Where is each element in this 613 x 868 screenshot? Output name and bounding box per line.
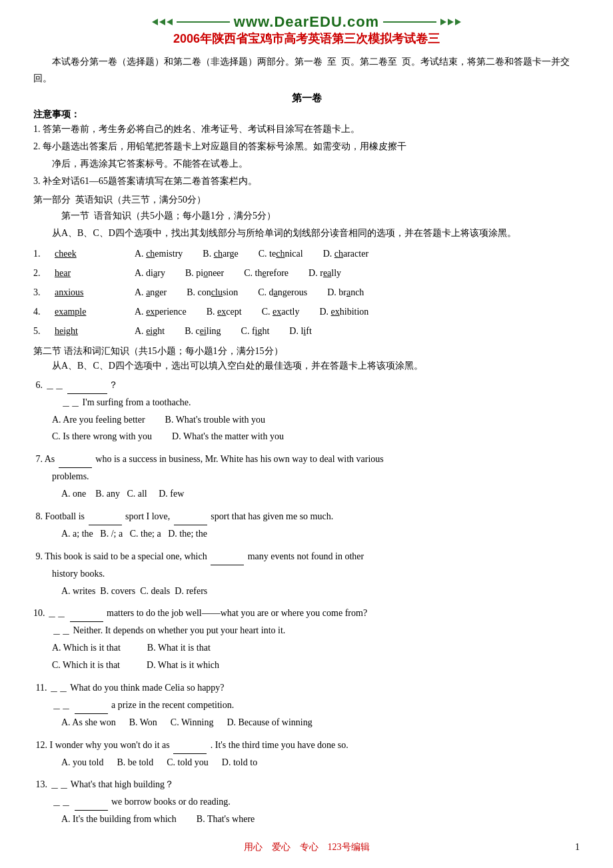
q5-stem: height	[55, 323, 121, 340]
q10: 10. ＿＿ matters to do the job well——what …	[33, 605, 580, 674]
q12-optA: A. you told	[61, 754, 103, 771]
q5-row: 5. height A. eight B. ceiling C. fight D…	[33, 323, 580, 340]
q8-opts: A. a; the B. /; a C. the; a D. the; the	[61, 525, 580, 543]
q11-optD: D. Because of winning	[227, 714, 312, 731]
notice-item-2: 2. 每小题选出答案后，用铅笔把答题卡上对应题目的答案标号涂黑。如需变动，用橡皮…	[33, 138, 580, 155]
q6-optC: C. Is there wrong with you	[52, 428, 152, 445]
q8: 8. Football is sport I love, sport that …	[33, 508, 580, 543]
q6-opts: A. Are you feeling better B. What's trou…	[52, 411, 580, 429]
q3-stem: anxious	[55, 284, 121, 301]
subsection1-title: 第一节 语音知识（共5小题；每小题1分，满分5分）	[33, 210, 580, 222]
q9: 9. This book is said to be a special one…	[33, 548, 580, 600]
q4-optC: C. exactly	[262, 303, 300, 321]
q12: 12. I wonder why you won't do it as . It…	[33, 737, 580, 771]
section2-instruction: 从A、B、C、D四个选项中，选出可以填入空白处的最佳选项，并在答题卡上将该项涂黑…	[33, 357, 580, 374]
q3-opts: A. anger B. conclusion C. dangerous D. b…	[135, 284, 580, 301]
q2-num: 2.	[33, 265, 55, 282]
q10-optD: D. What is it which	[147, 657, 219, 674]
notice-section: 注意事项： 1. 答第一卷前，考生务必将自己的姓名、准考证号、考试科目涂写在答题…	[33, 109, 580, 190]
section1-title: 第一卷	[33, 92, 580, 105]
q12-optB: B. be told	[117, 754, 153, 771]
phonics-questions: 1. cheek A. chemistry B. charge C. techn…	[33, 245, 580, 339]
q10-optA: A. Which is it that	[52, 639, 121, 657]
q2-opts: A. diary B. pioneer C. therefore D. real…	[135, 265, 580, 282]
q4-optB: B. except	[207, 303, 242, 321]
section2-header: 第二节 语法和词汇知识（共15小题；每小题1分，满分15分）	[33, 345, 580, 357]
q12-optD: D. told to	[222, 754, 257, 771]
q12-opts: A. you told B. be told C. told you D. to…	[61, 754, 580, 771]
intro-text: 本试卷分第一卷（选择题）和第二卷（非选择题）两部分。第一卷 至 页。第二卷至 页…	[33, 53, 580, 87]
q2-optA: A. diary	[135, 265, 165, 282]
q3-optA: A. anger	[135, 284, 167, 301]
q5-optD: D. lift	[289, 323, 311, 340]
q6-optD: D. What's the matter with you	[172, 428, 284, 445]
q13-dialog-a: ＿＿ we borrow books or do reading.	[52, 793, 580, 811]
q1-optC: C. technical	[259, 245, 303, 263]
q9-text: 9. This book is said to be a special one…	[33, 551, 364, 561]
q6-optB: B. What's trouble with you	[165, 411, 265, 429]
q10-dialog-a: ＿＿ Neither. It depends on whether you pu…	[52, 622, 580, 639]
q1-num: 1.	[33, 245, 55, 263]
q5-optA: A. eight	[135, 323, 165, 340]
q5-num: 5.	[33, 323, 55, 340]
q4-opts: A. experience B. except C. exactly D. ex…	[135, 303, 580, 321]
footer-page: 1	[575, 842, 580, 853]
q3-row: 3. anxious A. anger B. conclusion C. dan…	[33, 284, 580, 301]
q1-row: 1. cheek A. chemistry B. charge C. techn…	[33, 245, 580, 263]
site-title: www.DearEDU.com	[234, 13, 379, 31]
q13-opts: A. It's the building from which B. That'…	[61, 811, 580, 828]
q1-optA: A. chemistry	[135, 245, 183, 263]
q10-optC: C. Which it is that	[52, 657, 120, 674]
q1-opts: A. chemistry B. charge C. technical D. c…	[135, 245, 580, 263]
notice-item-3: 3. 补全对话61—65题答案请填写在第二卷首答案栏内。	[33, 173, 580, 190]
q7-text: 7. As who is a success in business, Mr. …	[33, 454, 384, 464]
q13: 13. ＿＿ What's that high building？ ＿＿ we …	[33, 776, 580, 828]
q6-dialog-a: ＿＿ I'm surfing from a toothache.	[61, 394, 580, 411]
notice-item-1: 1. 答第一卷前，考生务必将自己的姓名、准考证号、考试科目涂写在答题卡上。	[33, 121, 580, 138]
q2-row: 2. hear A. diary B. pioneer C. therefore…	[33, 265, 580, 282]
q10-opts1: A. Which is it that B. What it is that	[52, 639, 580, 657]
q3-optB: B. conclusion	[187, 284, 238, 301]
q2-optD: D. really	[308, 265, 341, 282]
q7-opts: A. one B. any C. all D. few	[61, 485, 580, 503]
q12-text: 12. I wonder why you won't do it as . It…	[33, 740, 348, 750]
q7-text2: problems.	[52, 468, 580, 485]
q13-optA: A. It's the building from which	[61, 811, 177, 828]
q4-row: 4. example A. experience B. except C. ex…	[33, 303, 580, 321]
part1-title: 第一部分 英语知识（共三节，满分50分）	[33, 194, 580, 206]
q5-opts: A. eight B. ceiling C. fight D. lift	[135, 323, 580, 340]
footer: 用心 爱心 专心 123号编辑 1	[33, 841, 580, 853]
q3-optC: C. dangerous	[258, 284, 307, 301]
q11-optB: B. Won	[129, 714, 157, 731]
section1-instruction: 从A、B、C、D四个选项中，找出其划线部分与所给单词的划线部分读音相同的选项，并…	[33, 225, 580, 241]
q11-optC: C. Winning	[171, 714, 214, 731]
q4-stem: example	[55, 303, 121, 321]
q1-optB: B. charge	[203, 245, 238, 263]
q11: 11. ＿＿ What do you think made Celia so h…	[33, 679, 580, 731]
q12-optC: C. told you	[167, 754, 209, 771]
footer-text: 用心 爱心 专心 123号编辑	[244, 841, 370, 853]
q4-optD: D. exhibition	[319, 303, 368, 321]
q3-optD: D. branch	[327, 284, 364, 301]
q10-optB: B. What it is that	[147, 639, 211, 657]
header-decoration: www.DearEDU.com	[33, 13, 580, 31]
exam-title: 2006年陕西省宝鸡市高考英语第三次模拟考试卷三	[33, 31, 580, 47]
q6-opts2: C. Is there wrong with you D. What's the…	[52, 428, 580, 445]
q3-num: 3.	[33, 284, 55, 301]
q2-optB: B. pioneer	[185, 265, 224, 282]
q1-stem: cheek	[55, 245, 121, 263]
q9-opts: A. writes B. covers C. deals D. refers	[61, 583, 580, 600]
q11-optA: A. As she won	[61, 714, 116, 731]
q2-stem: hear	[55, 265, 121, 282]
q2-optC: C. therefore	[244, 265, 289, 282]
q11-text: 11. ＿＿ What do you think made Celia so h…	[33, 683, 225, 693]
q7: 7. As who is a success in business, Mr. …	[33, 451, 580, 503]
q4-num: 4.	[33, 303, 55, 321]
q11-opts: A. As she won B. Won C. Winning D. Becau…	[61, 714, 580, 731]
q5-optC: C. fight	[241, 323, 270, 340]
notice-item-2-sub: 净后，再选涂其它答案标号。不能答在试卷上。	[52, 155, 580, 173]
q11-dialog-a: ＿＿ a prize in the recent competition.	[52, 697, 580, 714]
q5-optB: B. ceiling	[185, 323, 221, 340]
q13-text: 13. ＿＿ What's that high building？	[33, 779, 174, 789]
q10-opts2: C. Which it is that D. What is it which	[52, 657, 580, 674]
